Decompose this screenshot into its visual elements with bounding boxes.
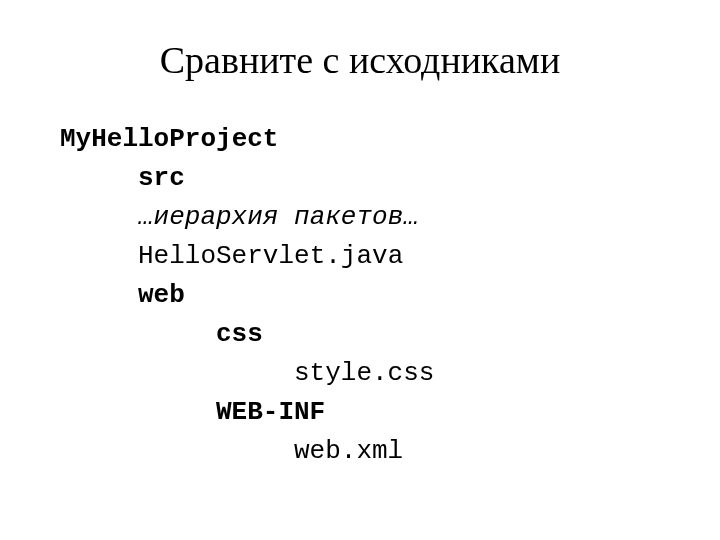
file-tree: MyHelloProject src …иерархия пакетов… He… xyxy=(60,120,660,471)
tree-servlet: HelloServlet.java xyxy=(60,237,660,276)
tree-src: src xyxy=(60,159,660,198)
tree-webinf: WEB-INF xyxy=(60,393,660,432)
tree-webxml: web.xml xyxy=(60,432,660,471)
tree-stylecss: style.css xyxy=(60,354,660,393)
tree-project: MyHelloProject xyxy=(60,120,660,159)
slide-title: Сравните с исходниками xyxy=(60,38,660,82)
tree-css: css xyxy=(60,315,660,354)
slide: Сравните с исходниками MyHelloProject sr… xyxy=(0,0,720,501)
tree-web: web xyxy=(60,276,660,315)
tree-packages: …иерархия пакетов… xyxy=(60,198,660,237)
